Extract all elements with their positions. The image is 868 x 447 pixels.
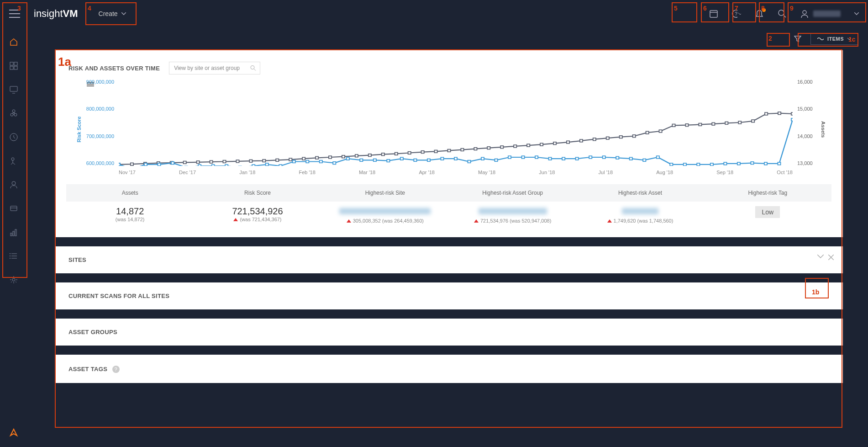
svg-rect-62 xyxy=(447,149,450,152)
annotation-2: 2 xyxy=(768,35,772,42)
sidebar-item-home[interactable] xyxy=(8,37,19,48)
sidebar-item-ticket[interactable] xyxy=(8,203,19,214)
svg-rect-134 xyxy=(724,162,726,165)
svg-point-6 xyxy=(803,11,806,14)
svg-rect-137 xyxy=(764,162,767,165)
asset-tags-section: ASSET TAGS ? xyxy=(55,355,843,383)
sidebar-item-query[interactable] xyxy=(8,155,19,166)
svg-rect-79 xyxy=(672,124,675,127)
svg-rect-10 xyxy=(14,66,17,69)
svg-rect-92 xyxy=(158,163,160,166)
svg-rect-77 xyxy=(646,131,649,134)
svg-rect-133 xyxy=(710,163,713,166)
svg-point-18 xyxy=(11,158,14,160)
svg-rect-109 xyxy=(387,160,389,162)
svg-rect-8 xyxy=(14,62,17,65)
search-icon[interactable] xyxy=(778,9,787,18)
sidebar-item-policy[interactable] xyxy=(8,132,19,143)
svg-rect-78 xyxy=(659,130,662,133)
svg-rect-107 xyxy=(360,159,363,162)
svg-point-4 xyxy=(779,10,784,16)
svg-line-33 xyxy=(254,69,256,71)
svg-rect-69 xyxy=(540,143,543,146)
svg-line-5 xyxy=(784,15,786,17)
svg-rect-11 xyxy=(10,86,17,91)
svg-rect-128 xyxy=(643,159,646,162)
sites-section: SITES xyxy=(55,246,843,273)
svg-rect-63 xyxy=(461,149,463,151)
svg-rect-60 xyxy=(421,151,424,154)
chart-search-input[interactable]: View by site or asset group xyxy=(169,62,260,74)
close-icon[interactable] xyxy=(828,255,834,260)
svg-rect-81 xyxy=(699,123,701,126)
create-button[interactable]: Create xyxy=(92,6,133,21)
annotation-9: 9 xyxy=(790,5,794,12)
svg-rect-119 xyxy=(522,156,525,159)
sidebar-item-user[interactable] xyxy=(8,179,19,190)
svg-rect-51 xyxy=(302,157,305,160)
svg-point-32 xyxy=(251,66,254,69)
svg-rect-70 xyxy=(553,142,556,145)
svg-rect-58 xyxy=(395,153,398,155)
sidebar-item-biohazard[interactable] xyxy=(8,108,19,119)
stats-values-row: 14,872 (was 14,872) 721,534,926 (was 721… xyxy=(66,202,831,226)
svg-rect-96 xyxy=(212,165,215,166)
brand-logo: insightVM xyxy=(34,8,78,20)
filter-icon[interactable] xyxy=(794,35,801,43)
user-menu[interactable] xyxy=(800,10,859,18)
svg-rect-115 xyxy=(468,160,470,163)
annotation-1b: 1b xyxy=(812,288,819,296)
svg-point-31 xyxy=(12,278,15,281)
svg-rect-38 xyxy=(131,163,133,165)
svg-rect-67 xyxy=(514,145,516,148)
y-axis-right-label: Assets xyxy=(821,121,826,138)
chart-title: RISK AND ASSETS OVER TIME xyxy=(68,65,160,72)
svg-point-15 xyxy=(11,113,13,116)
svg-rect-102 xyxy=(293,160,295,163)
y-axis-left-ticks: 900,000,000 800,000,000 700,000,000 600,… xyxy=(78,79,114,166)
annotation-6: 6 xyxy=(703,5,707,12)
stat-site-redacted xyxy=(339,208,431,214)
svg-rect-0 xyxy=(710,11,717,17)
svg-rect-45 xyxy=(223,160,226,163)
help-tooltip-icon[interactable]: ? xyxy=(112,366,120,373)
calendar-icon[interactable] xyxy=(709,9,718,18)
svg-rect-114 xyxy=(454,157,457,160)
svg-rect-136 xyxy=(751,162,753,165)
svg-rect-20 xyxy=(11,206,17,211)
stats-header-row: Assets Risk Score Highest-risk Site High… xyxy=(66,184,831,202)
svg-rect-80 xyxy=(685,124,688,127)
svg-rect-61 xyxy=(435,150,437,153)
svg-rect-120 xyxy=(535,156,538,159)
annotation-5: 5 xyxy=(674,5,678,12)
svg-rect-53 xyxy=(329,156,331,159)
svg-rect-87 xyxy=(778,112,781,115)
sidebar-item-dashboard[interactable] xyxy=(8,60,19,71)
username-redacted xyxy=(813,11,841,17)
svg-rect-132 xyxy=(697,163,700,166)
sidebar-item-monitor[interactable] xyxy=(8,84,19,95)
svg-rect-86 xyxy=(765,112,768,115)
search-icon-small xyxy=(250,65,256,71)
risk-assets-card: RISK AND ASSETS OVER TIME View by site o… xyxy=(55,50,843,237)
svg-rect-117 xyxy=(494,159,497,162)
sidebar-item-reports[interactable] xyxy=(8,227,19,238)
svg-rect-135 xyxy=(737,162,740,165)
svg-rect-74 xyxy=(606,137,609,139)
svg-rect-123 xyxy=(576,157,579,160)
collapse-icon[interactable] xyxy=(817,255,824,260)
svg-rect-97 xyxy=(225,165,228,166)
sidebar-brand-icon[interactable] xyxy=(8,427,19,438)
sidebar-item-list[interactable] xyxy=(8,250,19,261)
svg-rect-24 xyxy=(15,229,16,236)
svg-rect-22 xyxy=(11,233,12,236)
svg-rect-108 xyxy=(374,159,376,162)
sidebar-item-settings[interactable] xyxy=(8,274,19,285)
svg-point-30 xyxy=(10,258,11,259)
svg-rect-122 xyxy=(562,157,565,160)
annotation-1a: 1a xyxy=(58,55,71,69)
svg-rect-82 xyxy=(712,122,715,125)
x-axis-ticks: Nov '17 Dec '17 Jan '18 Feb '18 Mar '18 … xyxy=(119,170,793,175)
stat-risk-value: 721,534,926 xyxy=(196,206,319,217)
stat-tag-badge[interactable]: Low xyxy=(755,206,780,218)
